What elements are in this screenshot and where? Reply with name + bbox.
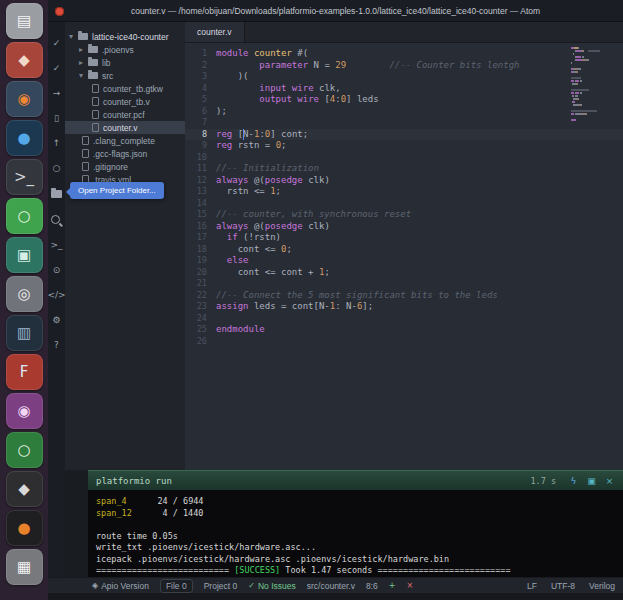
no-issues-status[interactable]: ✓No Issues: [248, 581, 296, 591]
media-app-icon-glyph: ◉: [17, 404, 30, 419]
code-line-9[interactable]: 9reg rstn = 0;: [185, 140, 623, 152]
file-icon: [82, 136, 89, 145]
tree-item-src[interactable]: ▾src: [65, 69, 185, 82]
build-check-icon[interactable]: ✓: [53, 63, 61, 74]
code-text: //-- counter, with synchronous reset: [216, 209, 411, 221]
code-line-16[interactable]: 16always @(posedge clk): [185, 221, 623, 233]
code-line-13[interactable]: 13 rstn <= 1;: [185, 186, 623, 198]
code-icon[interactable]: </>: [47, 290, 65, 301]
tree-item-pioenvs[interactable]: ▸.pioenvs: [65, 43, 185, 56]
no-issues-status-icon: ✓: [248, 581, 255, 590]
code-line-15[interactable]: 15//-- counter, with synchronous reset: [185, 209, 623, 221]
chevron-down-icon[interactable]: ▾: [79, 71, 87, 80]
dark-app-icon[interactable]: ◆: [6, 471, 43, 507]
archive-app-icon[interactable]: ▦: [6, 549, 43, 585]
errors-status[interactable]: ×: [406, 581, 413, 590]
chevron-down-icon[interactable]: ▾: [69, 32, 77, 41]
code-line-26[interactable]: 26: [185, 336, 623, 348]
chromium-icon[interactable]: ●: [6, 120, 43, 156]
green-app-icon[interactable]: ○: [6, 198, 43, 234]
code-area[interactable]: 1module counter #(2 parameter N = 29 //-…: [185, 43, 623, 347]
code-line-18[interactable]: 18 cont <= 0;: [185, 244, 623, 256]
bolt-icon[interactable]: ϟ: [568, 476, 579, 486]
media-app-icon[interactable]: ◉: [6, 393, 43, 429]
apio-version-status[interactable]: ◈Apio Version: [92, 581, 149, 591]
teal-app-icon[interactable]: ▣: [6, 237, 43, 273]
settings-gear-icon[interactable]: ⚙: [52, 315, 60, 326]
tab-counter-v[interactable]: counter.v: [185, 22, 245, 42]
tree-item-clang-complete[interactable]: .clang_complete: [65, 134, 185, 147]
fritzing-icon[interactable]: F: [6, 354, 43, 390]
code-line-23[interactable]: 23assign leds = cont[N-1: N-6];: [185, 301, 623, 313]
tree-item-counter-pcf[interactable]: counter.pcf: [65, 108, 185, 121]
tree-item-counter-v[interactable]: counter.v: [65, 121, 185, 134]
code-line-6[interactable]: 6);: [185, 106, 623, 118]
code-line-10[interactable]: 10: [185, 152, 623, 164]
screenshot-tool-icon[interactable]: ◎: [6, 276, 43, 312]
lint-file-count[interactable]: File 0: [160, 579, 193, 593]
search-icon[interactable]: [51, 215, 60, 224]
close-terminal-icon[interactable]: ×: [604, 476, 615, 486]
chevron-right-icon[interactable]: ▸: [79, 45, 87, 54]
code-line-25[interactable]: 25endmodule: [185, 324, 623, 336]
cursor-position-status[interactable]: 8:6: [366, 581, 378, 591]
code-line-5[interactable]: 5 output wire [4:0] leds: [185, 94, 623, 106]
encoding-status[interactable]: UTF-8: [551, 581, 575, 591]
code-line-22[interactable]: 22//-- Connect the 5 most significant bi…: [185, 290, 623, 302]
code-line-14[interactable]: 14: [185, 198, 623, 210]
serial-monitor-icon[interactable]: ⊙: [53, 265, 61, 276]
tree-item-lib[interactable]: ▸lib: [65, 56, 185, 69]
help-icon[interactable]: ?: [54, 340, 59, 351]
fox-app-icon[interactable]: ●: [6, 510, 43, 546]
git-added-status[interactable]: +: [389, 581, 396, 590]
software-center-icon-glyph: ◆: [18, 53, 30, 68]
terminal-panel-header: platformio run 1.7 s ϟ▣×: [88, 470, 623, 490]
code-line-20[interactable]: 20 cont <= cont + 1;: [185, 267, 623, 279]
code-line-19[interactable]: 19 else: [185, 255, 623, 267]
clean-icon[interactable]: ▯: [54, 113, 59, 124]
code-line-21[interactable]: 21: [185, 278, 623, 290]
code-line-24[interactable]: 24: [185, 313, 623, 325]
upload-fs-icon[interactable]: ↑: [53, 138, 61, 149]
line-ending-status[interactable]: LF: [527, 581, 537, 591]
firefox-icon[interactable]: ◉: [6, 81, 43, 117]
code-line-8[interactable]: 8reg [N-1:0] cont;: [185, 129, 623, 141]
grammar-status[interactable]: Verilog: [589, 581, 615, 591]
file-path-status[interactable]: src/counter.v: [307, 581, 355, 591]
tree-item-lattice-ice40-counter[interactable]: ▾lattice-ice40-counter: [65, 30, 185, 43]
green-circle-app-icon[interactable]: ○: [6, 432, 43, 468]
dash-home-icon[interactable]: ▤: [6, 3, 43, 39]
terminal-app-icon[interactable]: >_: [6, 159, 43, 195]
code-line-4[interactable]: 4 input wire clk,: [185, 83, 623, 95]
code-line-11[interactable]: 11//-- Initialization: [185, 163, 623, 175]
tree-item-counter-tb-v[interactable]: counter_tb.v: [65, 95, 185, 108]
tree-item-gitignore[interactable]: .gitignore: [65, 160, 185, 173]
code-line-1[interactable]: 1module counter #(: [185, 48, 623, 60]
terminal-output[interactable]: span_4 24 / 6944span_12 4 / 1440 route t…: [88, 490, 623, 577]
open-project-folder-icon[interactable]: [51, 190, 62, 198]
tree-item-label: counter_tb.gtkw: [103, 84, 163, 94]
code-line-7[interactable]: 7: [185, 117, 623, 129]
dark-terminal-icon[interactable]: ▥: [6, 315, 43, 351]
panel-icon[interactable]: ▣: [586, 476, 597, 486]
dark-terminal-icon-glyph: ▥: [17, 326, 31, 341]
software-center-icon[interactable]: ◆: [6, 42, 43, 78]
build-icon[interactable]: ✓: [53, 38, 61, 49]
terminal-icon[interactable]: >_: [50, 240, 62, 251]
tab-label: counter.v: [197, 27, 232, 37]
code-line-12[interactable]: 12always @(posedge clk): [185, 175, 623, 187]
history-icon[interactable]: ○: [53, 163, 61, 174]
lint-project-count[interactable]: Project 0: [204, 581, 238, 591]
code-line-17[interactable]: 17 if (!rstn): [185, 232, 623, 244]
tree-item-counter-tb-gtkw[interactable]: counter_tb.gtkw: [65, 82, 185, 95]
upload-icon[interactable]: →: [53, 88, 61, 99]
minimap[interactable]: [571, 47, 601, 125]
code-line-2[interactable]: 2 parameter N = 29 //-- Counter bits len…: [185, 60, 623, 72]
chevron-right-icon[interactable]: ▸: [79, 58, 87, 67]
file-icon: [82, 162, 89, 171]
window-close-button[interactable]: [55, 7, 64, 16]
line-number: 12: [185, 175, 216, 187]
code-line-3[interactable]: 3 )(: [185, 71, 623, 83]
statusbar-left: ◈Apio VersionFile 0Project 0✓No Issuessr…: [92, 579, 413, 593]
tree-item-gcc-flags-json[interactable]: .gcc-flags.json: [65, 147, 185, 160]
